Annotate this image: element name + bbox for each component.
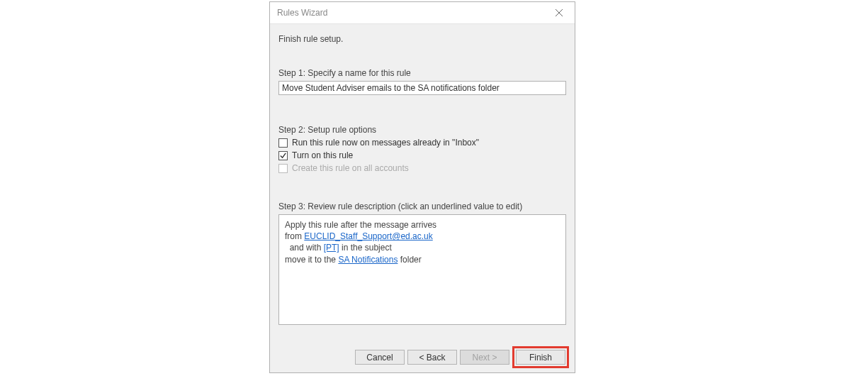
- checkbox-run-now-label: Run this rule now on messages already in…: [292, 138, 479, 148]
- dialog-content: Finish rule setup. Step 1: Specify a nam…: [270, 24, 575, 329]
- checkbox-all-accounts: [278, 164, 288, 173]
- subtitle: Finish rule setup.: [278, 34, 566, 44]
- subject-contains-link[interactable]: [PT]: [324, 243, 339, 253]
- from-address-link[interactable]: EUCLID_Staff_Support@ed.ac.uk: [304, 231, 432, 241]
- desc-line-3: and with [PT] in the subject: [285, 242, 560, 253]
- next-button: Next >: [460, 350, 509, 365]
- dialog-footer: Cancel < Back Next > Finish: [355, 346, 569, 368]
- checkbox-run-now[interactable]: [278, 138, 288, 148]
- window-title: Rules Wizard: [277, 8, 327, 18]
- target-folder-link[interactable]: SA Notifications: [338, 255, 398, 265]
- checkbox-turn-on-label: Turn on this rule: [292, 150, 353, 160]
- checkbox-run-now-row[interactable]: Run this rule now on messages already in…: [278, 138, 566, 148]
- desc-line-1: Apply this rule after the message arrive…: [285, 219, 560, 231]
- check-icon: [279, 152, 287, 160]
- desc-line-4: move it to the SA Notifications folder: [285, 254, 560, 265]
- back-button[interactable]: < Back: [407, 350, 457, 365]
- rules-wizard-dialog: Rules Wizard Finish rule setup. Step 1: …: [269, 1, 575, 373]
- cancel-button[interactable]: Cancel: [355, 350, 405, 365]
- checkbox-turn-on[interactable]: [278, 151, 288, 160]
- close-icon: [556, 9, 563, 16]
- finish-button[interactable]: Finish: [516, 350, 565, 365]
- checkbox-turn-on-row[interactable]: Turn on this rule: [278, 150, 566, 160]
- desc-line-2: from EUCLID_Staff_Support@ed.ac.uk: [285, 231, 560, 242]
- step1-label: Step 1: Specify a name for this rule: [278, 68, 566, 78]
- titlebar: Rules Wizard: [270, 2, 575, 24]
- checkbox-all-accounts-row: Create this rule on all accounts: [278, 163, 566, 173]
- finish-highlight: Finish: [512, 346, 569, 368]
- rule-description-box: Apply this rule after the message arrive…: [278, 214, 566, 325]
- rule-name-input[interactable]: [278, 81, 566, 95]
- checkbox-all-accounts-label: Create this rule on all accounts: [292, 163, 409, 173]
- step3-label: Step 3: Review rule description (click a…: [278, 201, 566, 211]
- close-button[interactable]: [549, 6, 569, 20]
- step2-label: Step 2: Setup rule options: [278, 125, 566, 135]
